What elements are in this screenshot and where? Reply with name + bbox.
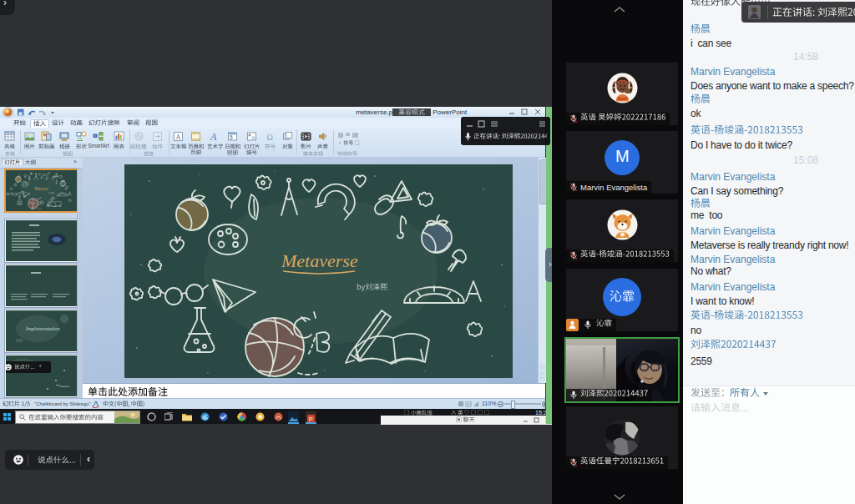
svg-text:Ω: Ω <box>267 133 273 142</box>
svg-text:A: A <box>210 131 217 142</box>
svg-text:Metaverse: Metaverse <box>33 186 48 190</box>
svg-text:A: A <box>176 134 181 141</box>
svg-text:P: P <box>309 416 313 422</box>
svg-text:#: # <box>249 133 251 138</box>
svg-text:Implementation: Implementation <box>25 325 60 331</box>
svg-text:Metaverse: Metaverse <box>281 250 358 271</box>
svg-text:5: 5 <box>230 134 233 140</box>
